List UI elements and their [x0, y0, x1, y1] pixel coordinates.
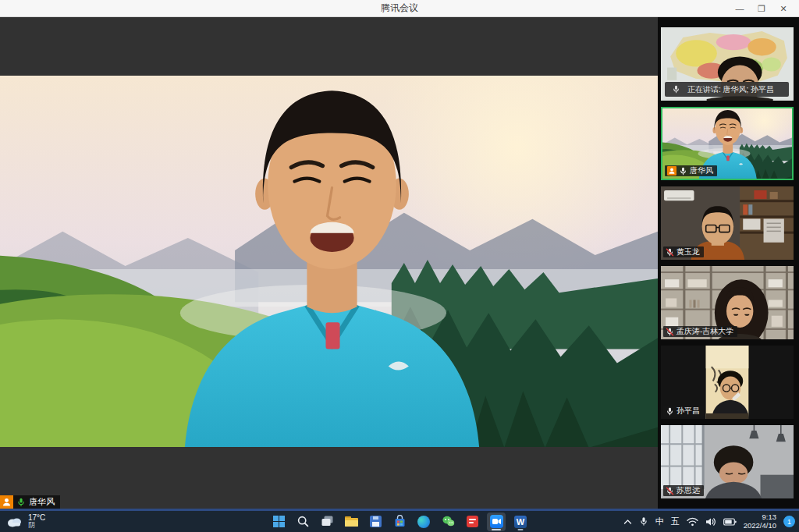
- participant-name-label: 唐华风: [665, 165, 717, 176]
- cloud-icon: [6, 516, 23, 527]
- speaker-scene: [0, 76, 658, 447]
- minimize-button[interactable]: —: [729, 0, 751, 17]
- hidden-icons-chevron[interactable]: [623, 519, 632, 525]
- mic-on-icon: [672, 85, 680, 94]
- speaking-banner-text: 正在讲话: 唐华风; 孙平昌: [687, 84, 774, 95]
- participant-name-label: 孟庆涛-吉林大学: [663, 326, 737, 337]
- weather-condition: 阴: [28, 522, 45, 529]
- taskbar-apps: W: [269, 511, 530, 532]
- wechat-button[interactable]: [439, 512, 457, 531]
- participant-name-text: 唐华风: [690, 165, 713, 176]
- floppy-disk-icon: [370, 516, 382, 527]
- participant-tile-su[interactable]: 苏思远: [661, 425, 794, 498]
- weather-text: 17°C 阴: [28, 514, 45, 530]
- wifi-icon[interactable]: [687, 517, 698, 527]
- red-app-button[interactable]: [463, 512, 481, 531]
- start-button[interactable]: [269, 512, 288, 531]
- participant-name-text: 孟庆涛-吉林大学: [676, 326, 733, 337]
- host-badge-icon: [667, 166, 676, 176]
- speaker-name-box: 唐华风: [13, 495, 60, 509]
- edge-icon: [417, 516, 430, 528]
- tencent-meeting-button[interactable]: [487, 512, 506, 531]
- speaking-banner: 正在讲话: 唐华风; 孙平昌: [665, 82, 789, 97]
- mic-on-icon: [666, 407, 674, 416]
- window-title: 腾讯会议: [381, 2, 418, 15]
- battery-icon[interactable]: [723, 518, 737, 526]
- open-app-indicator: [518, 529, 524, 530]
- wechat-icon: [442, 515, 455, 528]
- window-titlebar: 腾讯会议 — ❐ ✕: [0, 0, 799, 17]
- window-controls: — ❐ ✕: [729, 0, 794, 17]
- search-icon: [297, 515, 310, 528]
- volume-icon[interactable]: [705, 517, 716, 527]
- host-badge-icon: [0, 495, 13, 509]
- clock-date: 2022/4/10: [744, 522, 776, 530]
- mic-muted-icon: [666, 248, 674, 257]
- folder-icon: [345, 516, 358, 527]
- taskbar-clock[interactable]: 9:13 2022/4/10: [744, 513, 776, 530]
- maximize-button[interactable]: ❐: [751, 0, 772, 17]
- task-view-icon: [321, 515, 334, 528]
- participant-tile-meng[interactable]: 孟庆涛-吉林大学: [661, 266, 794, 339]
- participant-name-label: 苏思远: [663, 485, 704, 496]
- close-button[interactable]: ✕: [772, 0, 794, 17]
- tray-mic-icon[interactable]: [639, 516, 648, 527]
- weather-widget[interactable]: 17°C 阴: [6, 511, 45, 532]
- participant-tile-tang[interactable]: 唐华风: [661, 107, 794, 180]
- participant-name-text: 黄玉龙: [676, 246, 700, 257]
- mic-on-icon: [679, 167, 687, 176]
- participant-name-label: 黄玉龙: [663, 246, 704, 257]
- search-button[interactable]: [293, 512, 312, 531]
- ime-language[interactable]: 中: [655, 516, 664, 527]
- windows-logo-icon: [273, 516, 285, 527]
- speaker-name-text: 唐华风: [29, 496, 55, 508]
- active-app-indicator: [492, 529, 501, 530]
- participant-name-text: 孙平昌: [676, 406, 700, 417]
- taskbar: 17°C 阴: [0, 511, 799, 532]
- participant-tile-sun[interactable]: 孙平昌: [661, 346, 794, 419]
- mic-muted-icon: [666, 487, 674, 495]
- participant-tile-map[interactable]: 正在讲话: 唐华风; 孙平昌: [661, 27, 794, 101]
- mic-muted-icon: [666, 328, 674, 336]
- store-bag-icon: [393, 515, 407, 528]
- main-stage: 唐华风: [0, 17, 658, 511]
- ime-mode[interactable]: 五: [671, 516, 680, 527]
- word-icon: W: [514, 516, 527, 528]
- tencent-meeting-window: 腾讯会议 — ❐ ✕ 唐华风 正在讲话: 唐华风; 孙平昌: [0, 0, 799, 532]
- system-tray: 中 五 9:13 2022/4/10 1: [623, 511, 795, 532]
- participant-tile-huang[interactable]: 黄玉龙: [661, 186, 794, 260]
- save-app-button[interactable]: [366, 512, 385, 531]
- mic-on-icon: [16, 498, 26, 507]
- task-view-button[interactable]: [318, 512, 336, 531]
- file-explorer-button[interactable]: [342, 512, 360, 531]
- edge-button[interactable]: [414, 512, 433, 531]
- participant-name-text: 苏思远: [676, 485, 700, 496]
- word-button[interactable]: W: [511, 512, 530, 531]
- participants-sidebar: 正在讲话: 唐华风; 孙平昌 唐华风 黄玉龙 孟: [658, 17, 799, 511]
- participant-name-label: 孙平昌: [663, 406, 704, 417]
- main-speaker-video[interactable]: [0, 76, 658, 447]
- speaker-name-label: 唐华风: [0, 495, 60, 509]
- notification-badge[interactable]: 1: [783, 516, 795, 527]
- clock-time: 9:13: [744, 513, 776, 522]
- tencent-meeting-icon: [490, 515, 503, 528]
- red-app-icon: [467, 516, 478, 527]
- store-button[interactable]: [390, 512, 409, 531]
